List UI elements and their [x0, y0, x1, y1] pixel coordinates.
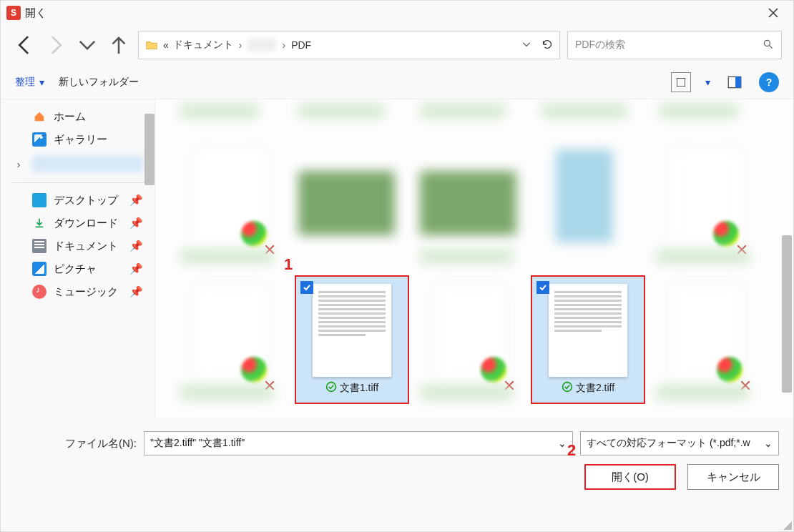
- up-button[interactable]: [107, 33, 131, 57]
- filename-label: ファイル名(N):: [15, 437, 137, 450]
- sidebar-item-music[interactable]: ミュージック 📌: [8, 280, 147, 303]
- annotation-2: 2: [567, 441, 576, 460]
- address-dropdown[interactable]: [521, 39, 532, 52]
- open-dialog: S 開く « ドキュメント › › PDF: [0, 0, 794, 532]
- sidebar-item-pictures[interactable]: ピクチャ 📌: [8, 257, 147, 280]
- checkbox-checked-icon[interactable]: [536, 281, 549, 294]
- svg-point-5: [562, 383, 572, 392]
- sidebar-item-desktop[interactable]: デスクトップ 📌: [8, 189, 147, 212]
- recent-dropdown[interactable]: [75, 33, 99, 57]
- format-select[interactable]: すべての対応フォーマット (*.pdf;*.w ⌄: [580, 431, 779, 455]
- breadcrumb-documents[interactable]: ドキュメント: [173, 39, 233, 51]
- back-button[interactable]: [12, 33, 36, 57]
- resize-grip[interactable]: [782, 520, 792, 530]
- download-icon: [32, 216, 46, 230]
- app-icon: S: [6, 6, 21, 20]
- sidebar-item-label: ギャラリー: [54, 133, 107, 147]
- pin-icon: 📌: [129, 217, 143, 230]
- sidebar-scrollbar[interactable]: [144, 114, 155, 185]
- sidebar-item-label: デスクトップ: [54, 194, 118, 207]
- open-button[interactable]: 開く(O): [584, 464, 676, 490]
- sidebar-item-label: ミュージック: [54, 285, 118, 299]
- breadcrumb-separator: ›: [282, 39, 285, 51]
- cancel-button[interactable]: キャンセル: [687, 464, 779, 490]
- expand-icon[interactable]: ›: [12, 158, 25, 170]
- home-icon: [32, 109, 46, 124]
- svg-rect-1: [677, 78, 685, 86]
- sidebar-item-home[interactable]: ホーム: [8, 105, 147, 128]
- toolbar: 整理▾ 新しいフォルダー ▾ ?: [1, 65, 793, 99]
- file-name-label: 文書1.tiff: [340, 382, 378, 395]
- sidebar-item-gallery[interactable]: ギャラリー: [8, 128, 147, 151]
- document-preview: [549, 284, 627, 377]
- address-bar[interactable]: « ドキュメント › › PDF: [138, 31, 560, 59]
- file-name-row: 文書2.tiff: [562, 381, 614, 395]
- organize-menu[interactable]: 整理▾: [15, 76, 44, 89]
- pin-icon: 📌: [129, 262, 143, 275]
- view-options-button[interactable]: [671, 72, 691, 92]
- help-button[interactable]: ?: [759, 72, 779, 92]
- search-placeholder: PDFの検索: [575, 39, 763, 51]
- svg-point-4: [326, 383, 335, 392]
- sidebar-item-label: ダウンロード: [54, 217, 118, 230]
- check-ok-icon: [325, 381, 337, 395]
- close-button[interactable]: [759, 1, 788, 25]
- filename-value: "文書2.tiff" "文書1.tiff": [150, 437, 245, 450]
- file-name-row: 文書1.tiff: [325, 381, 378, 395]
- gallery-icon: [32, 132, 46, 147]
- pin-icon: 📌: [129, 285, 143, 298]
- file-area[interactable]: 文書1.tiff 文書2.tiff: [155, 99, 793, 418]
- sidebar-item-label: ドキュメント: [54, 240, 118, 253]
- footer: ファイル名(N): "文書2.tiff" "文書1.tiff" ⌄ 2 すべての…: [1, 418, 793, 497]
- desktop-icon: [32, 193, 46, 207]
- svg-point-0: [764, 40, 770, 46]
- chevron-down-icon[interactable]: ⌄: [558, 438, 567, 449]
- sidebar-item-label: ピクチャ: [54, 262, 97, 276]
- check-ok-icon: [562, 381, 573, 395]
- sidebar-item-label: ホーム: [54, 110, 86, 124]
- file-name-label: 文書2.tiff: [576, 382, 614, 395]
- preview-pane-button[interactable]: [725, 72, 745, 92]
- sidebar-item-downloads[interactable]: ダウンロード 📌: [8, 212, 147, 235]
- titlebar: S 開く: [1, 1, 793, 25]
- file-thumb-selected-2[interactable]: 文書2.tiff: [531, 275, 645, 404]
- pictures-icon: [32, 262, 46, 276]
- pin-icon: 📌: [129, 240, 143, 252]
- search-icon: [763, 39, 774, 52]
- folder-icon: [144, 38, 159, 52]
- music-icon: [32, 285, 46, 299]
- annotation-1: 1: [284, 255, 293, 274]
- filearea-scrollbar[interactable]: [782, 235, 792, 393]
- search-input[interactable]: PDFの検索: [567, 31, 782, 59]
- sidebar-item-hidden[interactable]: ›: [8, 151, 147, 177]
- refresh-button[interactable]: [541, 38, 554, 53]
- breadcrumb-hidden[interactable]: [247, 39, 276, 51]
- breadcrumb-separator: ›: [239, 39, 242, 51]
- dialog-body: ホーム ギャラリー › デスクトップ 📌 ダウンロード: [1, 99, 793, 418]
- window-title: 開く: [25, 6, 46, 20]
- sidebar-item-documents[interactable]: ドキュメント 📌: [8, 235, 147, 257]
- sidebar-divider: [11, 182, 144, 183]
- view-dropdown[interactable]: ▾: [705, 77, 710, 88]
- sidebar: ホーム ギャラリー › デスクトップ 📌 ダウンロード: [1, 99, 155, 418]
- documents-icon: [32, 239, 46, 253]
- format-value: すべての対応フォーマット (*.pdf;*.w: [587, 437, 750, 450]
- document-preview: [313, 284, 391, 377]
- nav-row: « ドキュメント › › PDF PDFの検索: [1, 25, 793, 65]
- pin-icon: 📌: [129, 194, 143, 207]
- new-folder-button[interactable]: 新しいフォルダー: [59, 76, 139, 89]
- checkbox-checked-icon[interactable]: [300, 281, 313, 294]
- breadcrumb-prefix: «: [163, 39, 169, 51]
- file-thumb-selected-1[interactable]: 文書1.tiff: [295, 275, 409, 404]
- forward-button[interactable]: [44, 33, 68, 57]
- chevron-down-icon[interactable]: ⌄: [764, 438, 773, 449]
- filename-input[interactable]: "文書2.tiff" "文書1.tiff" ⌄: [144, 431, 573, 455]
- breadcrumb-pdf[interactable]: PDF: [291, 39, 311, 51]
- svg-rect-3: [735, 77, 741, 87]
